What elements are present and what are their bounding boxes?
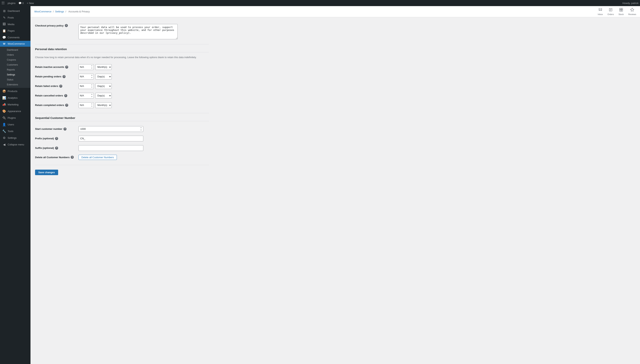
checkout-privacy-textarea[interactable] (78, 24, 178, 39)
start-customer-number-help-icon[interactable]: ? (64, 128, 66, 130)
submenu-item-wc-orders[interactable]: Orders (0, 52, 30, 57)
retain-failed-up-arrow[interactable]: ▲ (90, 84, 94, 86)
sidebar-item-dashboard[interactable]: ⊞ Dashboard (0, 8, 30, 14)
delete-customer-numbers-label: Delete all Customer Numbers (35, 156, 70, 159)
submenu-item-wc-status[interactable]: Status (0, 77, 30, 82)
sidebar-item-marketing[interactable]: 📣 Marketing (0, 101, 30, 108)
retain-cancelled-down-arrow[interactable]: ▼ (90, 96, 94, 98)
sidebar-item-label: Tools (8, 130, 13, 133)
sidebar-item-media[interactable]: 🖼 Media (0, 21, 30, 28)
tools-icon: 🔧 (2, 130, 6, 133)
retain-inactive-help-icon[interactable]: ? (65, 66, 68, 68)
retain-inactive-unit-select[interactable]: Day(s) Month(s) Year(s) (95, 64, 112, 70)
prefix-label: Prefix (optional) (35, 137, 54, 140)
sidebar-item-label: Media (8, 23, 14, 26)
personal-data-retention-section: Personal data retention Choose how long … (35, 48, 209, 110)
submenu-item-wc-settings[interactable]: Settings (0, 72, 30, 77)
retain-pending-up-arrow[interactable]: ▲ (90, 74, 94, 76)
sidebar-item-pages[interactable]: 📋 Pages (0, 28, 30, 34)
comments-bubble-icon: 💬 (2, 36, 6, 39)
retain-pending-label: Retain pending orders (35, 75, 61, 78)
site-name[interactable]: plugins (8, 2, 16, 4)
submenu-item-wc-extensions[interactable]: Extensions (0, 82, 30, 87)
orders-icon-item[interactable]: Orders (608, 8, 614, 16)
svg-rect-5 (621, 8, 623, 10)
retain-completed-unit-select[interactable]: Day(s) Month(s) Year(s) (95, 102, 112, 108)
retain-failed-help-icon[interactable]: ? (59, 84, 62, 88)
settings-icon: ⚙ (2, 136, 6, 140)
retain-failed-down-arrow[interactable]: ▼ (90, 86, 94, 88)
sidebar-item-label: WooCommerce (8, 42, 25, 45)
prefix-input[interactable] (78, 136, 143, 142)
sidebar-item-label: Settings (8, 136, 16, 139)
breadcrumb-settings[interactable]: Settings (55, 10, 64, 13)
retain-inactive-up-arrow[interactable]: ▲ (90, 64, 94, 67)
comments-icon: 💬 (18, 2, 22, 4)
sidebar-item-analytics[interactable]: 📊 Analytics (0, 94, 30, 101)
sidebar-item-plugins[interactable]: 🔌 Plugins (0, 114, 30, 121)
delete-customer-numbers-help-icon[interactable]: ? (71, 156, 74, 159)
retain-pending-help-icon[interactable]: ? (62, 75, 66, 78)
sidebar-item-appearance[interactable]: 🎨 Appearance (0, 108, 30, 114)
checkout-privacy-help-icon[interactable]: ? (65, 24, 68, 27)
suffix-help-icon[interactable]: ? (55, 146, 58, 150)
delete-customer-numbers-button[interactable]: Delete all Customer Numbers (78, 155, 117, 160)
start-number-down-arrow[interactable]: ▼ (140, 129, 142, 132)
sequential-customer-number-title: Sequential Customer Number (35, 116, 209, 121)
retain-pending-down-arrow[interactable]: ▼ (90, 76, 94, 79)
sidebar-item-comments[interactable]: 💬 Comments (0, 34, 30, 41)
sidebar-item-settings[interactable]: ⚙ Settings (0, 134, 30, 141)
new-content-link[interactable]: + New (27, 2, 34, 4)
analytics-icon: 📊 (2, 96, 6, 100)
retain-inactive-down-arrow[interactable]: ▼ (90, 67, 94, 70)
submenu-item-wc-coupons[interactable]: Coupons (0, 57, 30, 62)
breadcrumb-woocommerce[interactable]: WooCommerce (34, 10, 52, 13)
comments-link[interactable]: 💬 0 (18, 2, 24, 4)
retain-cancelled-help-icon[interactable]: ? (64, 94, 67, 97)
sidebar-item-users[interactable]: 👤 Users (0, 121, 30, 128)
reviews-icon (630, 8, 634, 13)
products-icon: 📦 (2, 90, 6, 93)
sidebar-item-posts[interactable]: ✎ Posts (0, 14, 30, 21)
retain-cancelled-label: Retain cancelled orders (35, 94, 63, 97)
orders-label: Orders (608, 13, 614, 16)
sidebar-item-collapse[interactable]: ◀ Collapse menu (0, 141, 30, 148)
reviews-icon-item[interactable]: Reviews (628, 8, 636, 16)
comments-count: 0 (22, 2, 24, 4)
sidebar-item-products[interactable]: 📦 Products (0, 88, 30, 94)
sidebar-item-tools[interactable]: 🔧 Tools (0, 128, 30, 134)
stock-icon-item[interactable]: Stock (618, 8, 624, 16)
retain-cancelled-up-arrow[interactable]: ▲ (90, 93, 94, 96)
start-customer-number-input[interactable] (78, 126, 143, 132)
retain-pending-unit-select[interactable]: Day(s) Month(s) Year(s) (95, 74, 112, 80)
submenu-item-wc-dashboard[interactable]: Dashboard (0, 48, 30, 52)
retain-completed-help-icon[interactable]: ? (65, 104, 68, 107)
start-number-up-arrow[interactable]: ▲ (140, 126, 142, 129)
inbox-icon-item[interactable]: Inbox (598, 8, 603, 16)
prefix-help-icon[interactable]: ? (55, 137, 58, 140)
wp-logo[interactable]: ☷ (2, 1, 4, 5)
sidebar-item-label: Analytics (8, 96, 18, 99)
sequential-customer-number-section: Sequential Customer Number Start custome… (35, 116, 209, 162)
retain-failed-unit-select[interactable]: Day(s) Month(s) Year(s) (95, 83, 112, 89)
submenu-item-wc-reports[interactable]: Reports (0, 67, 30, 72)
suffix-input[interactable] (78, 145, 143, 151)
retain-cancelled-unit-select[interactable]: Day(s) Month(s) Year(s) (95, 93, 112, 98)
retain-failed-label: Retain failed orders (35, 84, 58, 88)
howdy-label: Howdy, patrick (622, 2, 638, 4)
retain-completed-up-arrow[interactable]: ▲ (90, 103, 94, 105)
retain-completed-down-arrow[interactable]: ▼ (90, 105, 94, 108)
personal-data-retention-title: Personal data retention (35, 48, 209, 52)
posts-icon: ✎ (2, 16, 6, 20)
pages-icon: 📋 (2, 29, 6, 32)
sidebar-item-woocommerce[interactable]: W WooCommerce (0, 41, 30, 47)
breadcrumb-separator-1: / (53, 10, 54, 13)
dashboard-icon: ⊞ (2, 9, 6, 13)
sidebar-item-label: Posts (8, 16, 14, 19)
retain-inactive-label: Retain inactive accounts (35, 66, 64, 68)
svg-marker-8 (630, 8, 634, 11)
sidebar-item-label: Marketing (8, 103, 18, 106)
submenu-item-wc-customers[interactable]: Customers (0, 62, 30, 67)
sidebar-item-label: Plugins (8, 116, 16, 119)
save-changes-button[interactable]: Save changes (35, 170, 58, 175)
